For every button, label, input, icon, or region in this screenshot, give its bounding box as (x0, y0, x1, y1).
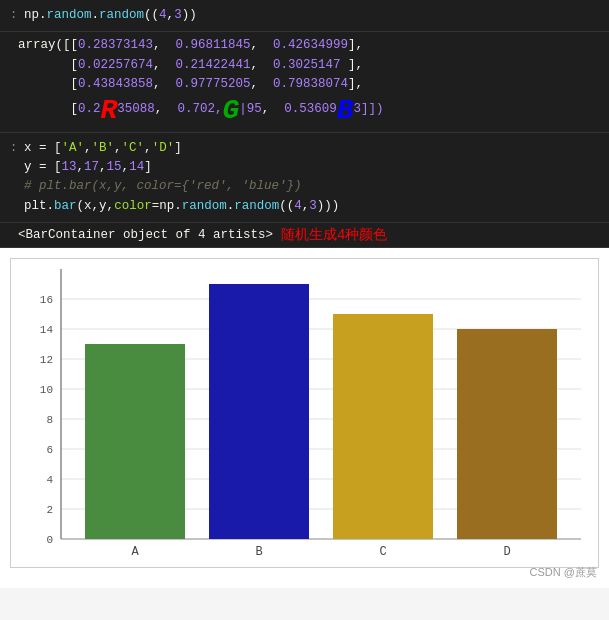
svg-text:16: 16 (40, 294, 53, 306)
line-indicator-2: : (10, 139, 18, 155)
array-line-4-mid2: |95, 0.53609 (239, 100, 337, 119)
line-indicator-1: : (10, 6, 18, 22)
chart-area: 16 14 12 10 8 6 4 2 0 (0, 248, 609, 588)
g-letter: G (222, 95, 239, 126)
svg-text:4: 4 (46, 474, 53, 486)
bar-a (85, 344, 185, 539)
code-line-comment: # plt.bar(x,y, color={'red', 'blue'}) (24, 177, 339, 196)
array-line-4-pre: [0.2 (18, 100, 101, 119)
label-a: A (131, 545, 139, 559)
svg-text:6: 6 (46, 444, 53, 456)
code-line-x: x = ['A','B','C','D'] (24, 139, 339, 158)
code-block-2: : x = ['A','B','C','D'] y = [13,17,15,14… (0, 133, 609, 224)
r-letter: R (101, 95, 118, 126)
array-output: array([[0.28373143, 0.96811845, 0.426349… (0, 32, 609, 132)
barcontainer-text: <BarContainer object of 4 artists> (18, 228, 273, 242)
array-line-4-end: 3]]) (354, 100, 384, 119)
label-d: D (503, 545, 510, 559)
svg-text:10: 10 (40, 384, 53, 396)
code-line-plt: plt.bar(x,y,color=np.random.random((4,3)… (24, 197, 339, 216)
bar-d (457, 329, 557, 539)
array-line-2: [0.02257674, 0.21422441, 0.3025147 ], (18, 56, 599, 75)
code-line-y: y = [13,17,15,14] (24, 158, 339, 177)
watermark: CSDN @蔗莫 (530, 565, 597, 580)
page-container: : np.random.random((4,3)) array([[0.2837… (0, 0, 609, 588)
svg-text:0: 0 (46, 534, 53, 546)
bar-b (209, 284, 309, 539)
b-letter: B (337, 95, 354, 126)
code-line-1: np.random.random((4,3)) (24, 6, 197, 25)
label-c: C (379, 545, 386, 559)
bar-chart: 16 14 12 10 8 6 4 2 0 (10, 258, 599, 568)
array-line-4-mid1: 35088, 0.702, (117, 100, 222, 119)
svg-text:8: 8 (46, 414, 53, 426)
array-line-1: array([[0.28373143, 0.96811845, 0.426349… (18, 36, 599, 55)
svg-text:12: 12 (40, 354, 53, 366)
array-line-3: [0.43843858, 0.97775205, 0.79838074], (18, 75, 599, 94)
label-b: B (255, 545, 262, 559)
svg-text:2: 2 (46, 504, 53, 516)
bar-c (333, 314, 433, 539)
svg-text:14: 14 (40, 324, 54, 336)
annotation-text: 随机生成4种颜色 (281, 226, 387, 244)
code-block-1: : np.random.random((4,3)) (0, 0, 609, 32)
barcontainer-line: <BarContainer object of 4 artists> 随机生成4… (0, 223, 609, 248)
